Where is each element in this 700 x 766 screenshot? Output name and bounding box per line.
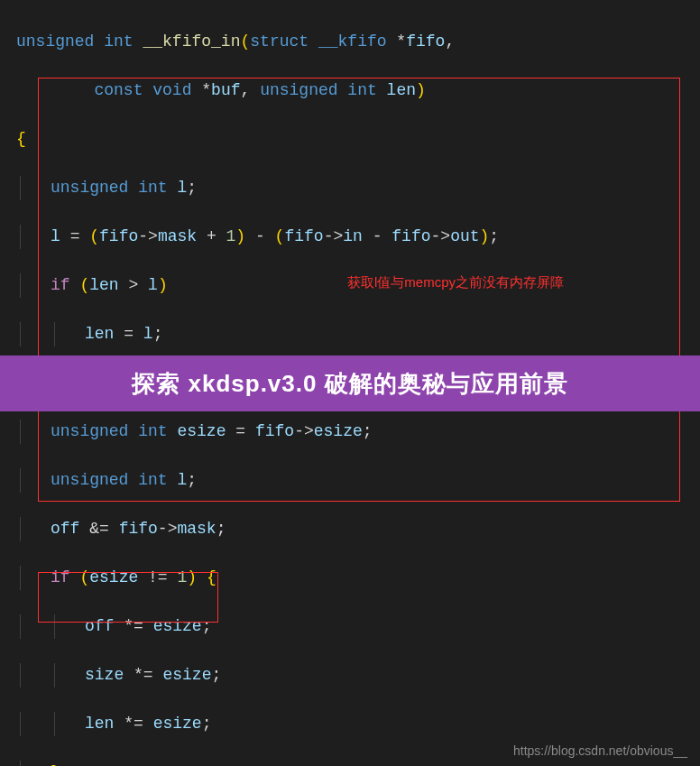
code-line: unsigned int l;: [16, 468, 700, 493]
code-line: off *= esize;: [16, 614, 700, 639]
code-line: size *= esize;: [16, 663, 700, 688]
code-line: if (esize != 1) {: [16, 566, 700, 590]
code-line: unsigned int l;: [16, 176, 700, 200]
code-line: len = l;: [16, 322, 700, 346]
code-line: unsigned int esize = fifo->esize;: [16, 420, 700, 444]
code-line: off &= fifo->mask;: [16, 517, 700, 541]
code-line: const void *buf, unsigned int len): [16, 78, 700, 103]
code-line: {: [16, 127, 700, 152]
overlay-banner: 探索 xkdsp.v3.0 破解的奥秘与应用前景: [0, 355, 700, 411]
watermark: https://blog.csdn.net/obvious__: [513, 742, 687, 761]
annotation-text: 获取l值与memcpy之前没有内存屏障: [347, 272, 564, 293]
code-line: }: [16, 761, 700, 766]
code-line: l = (fifo->mask + 1) - (fifo->in - fifo-…: [16, 225, 700, 249]
code-line: len *= esize;: [16, 712, 700, 736]
code-line: unsigned int __kfifo_in(struct __kfifo *…: [16, 30, 700, 54]
